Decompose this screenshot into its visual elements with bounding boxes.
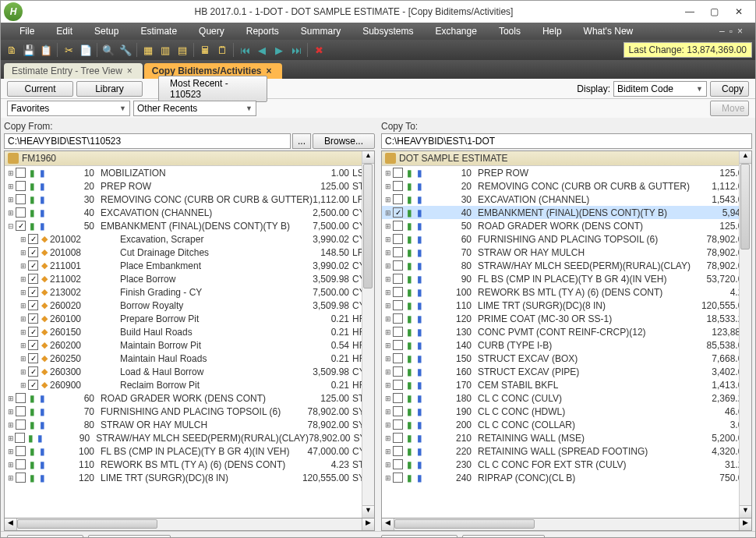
biditem-row[interactable]: ⊞▮▮200CL C CONC (COLLAR)3.00 (382, 418, 751, 431)
checkbox[interactable] (16, 393, 26, 403)
tool-next-icon[interactable]: ▶ (271, 42, 287, 58)
biditem-row[interactable]: ⊞▮▮60FURNISHING AND PLACING TOPSOIL (6)7… (382, 232, 751, 246)
checkbox[interactable] (393, 419, 403, 430)
biditem-row[interactable]: ⊞▮▮140CURB (TYPE I-B)85,538.00 (382, 338, 751, 352)
tool-note-icon[interactable]: 🗒 (214, 42, 230, 58)
biditem-row[interactable]: ⊞▮▮100REWORK BS MTL (TY A) (6) (DENS CON… (382, 285, 751, 299)
checkbox[interactable] (28, 327, 38, 337)
activity-row[interactable]: ⊞◆201008Cut Drainage Ditches148.50LF (5, 246, 374, 259)
checkbox[interactable] (16, 459, 26, 469)
biditem-row[interactable]: ⊞▮▮110LIME TRT (SURGR)(DC)(8 IN)120,555.… (382, 299, 751, 312)
biditem-row[interactable]: ⊞▮▮70FURNISHING AND PLACING TOPSOIL (6)7… (5, 405, 374, 418)
biditem-row[interactable]: ⊞▮▮220RETAINING WALL (SPREAD FOOTING)4,3… (382, 444, 751, 458)
menu-whatsnew[interactable]: What's New (573, 24, 645, 38)
menu-query[interactable]: Query (188, 24, 235, 38)
biditem-row[interactable]: ⊞▮▮100FL BS (CMP IN PLACE)(TY B GR 4)(IN… (5, 444, 374, 458)
tool-doc3-icon[interactable]: ▤ (175, 42, 190, 58)
expand-icon[interactable]: ⊞ (383, 461, 393, 469)
checkbox[interactable] (393, 247, 403, 257)
expand-icon[interactable]: ⊞ (19, 302, 28, 310)
tool-copy-icon[interactable]: 📋 (38, 42, 54, 58)
expand-icon[interactable]: ⊞ (383, 381, 393, 389)
copy-from-tree[interactable]: ▲▼ FM1960 ⊞▮▮10MOBILIZATION1.00LS⊞▮▮20PR… (4, 150, 375, 519)
activity-row[interactable]: ⊞◆211001Place Embankment3,990.02CY (5, 259, 374, 272)
biditem-row[interactable]: ⊞▮▮30EXCAVATION (CHANNEL)1,543.00 (382, 193, 751, 206)
expand-icon[interactable]: ⊞ (19, 315, 28, 323)
expand-icon[interactable]: ⊞ (383, 182, 393, 190)
favorites-combo[interactable]: Favorites▼ (7, 101, 130, 116)
menu-exchange[interactable]: Exchange (425, 24, 488, 38)
biditem-row[interactable]: ⊞▮▮240RIPRAP (CONC)(CL B)750.00 (382, 471, 751, 484)
biditem-row[interactable]: ⊟▮▮50EMBANKMENT (FINAL)(DENS CONT)(TY B)… (5, 219, 374, 232)
biditem-row[interactable]: ⊞▮▮80STRAW OR HAY MULCH78,902.00SY (5, 418, 374, 431)
expand-icon[interactable]: ⊞ (6, 408, 16, 416)
biditem-row[interactable]: ⊞▮▮90FL BS (CMP IN PLACE)(TY B GR 4)(IN … (382, 272, 751, 285)
tool-last-icon[interactable]: ⏭ (288, 42, 304, 58)
expand-icon[interactable]: ⊞ (383, 196, 393, 204)
vertical-scrollbar[interactable]: ▲▼ (362, 151, 374, 518)
expand-icon[interactable]: ⊞ (6, 461, 16, 469)
checkbox[interactable] (393, 340, 403, 350)
tool-save-icon[interactable]: 💾 (21, 42, 37, 58)
expand-icon[interactable]: ⊞ (383, 474, 393, 482)
expand-icon[interactable]: ⊞ (6, 169, 16, 177)
checkbox[interactable] (15, 433, 24, 443)
biditem-row[interactable]: ⊞▮▮180CL C CONC (CULV)2,369.23 (382, 391, 751, 405)
checkbox[interactable] (16, 221, 26, 231)
tree-header[interactable]: FM1960 (5, 151, 374, 166)
checkbox[interactable] (28, 366, 38, 377)
minimize-button[interactable]: — (685, 6, 696, 17)
checkbox[interactable] (393, 327, 403, 337)
mdi-restore-icon[interactable]: ▫ (730, 26, 733, 37)
expand-icon[interactable]: ⊟ (6, 222, 16, 230)
checkbox[interactable] (28, 380, 38, 390)
tool-prev-icon[interactable]: ◀ (254, 42, 270, 58)
filter-biditems-button-right[interactable]: Filter Biditems (462, 535, 545, 538)
activity-row[interactable]: ⊞◆260250Maintain Haul Roads0.21HR (5, 352, 374, 365)
expand-icon[interactable]: ⊞ (383, 222, 393, 230)
checkbox[interactable] (28, 340, 38, 350)
biditem-row[interactable]: ⊞▮▮60ROAD GRADER WORK (DENS CONT)125.00S… (5, 391, 374, 405)
biditem-row[interactable]: ⊞▮▮80STRAW/HAY MLCH SEED(PERM)(RURAL)(CL… (382, 259, 751, 272)
biditem-row[interactable]: ⊞▮▮130CONC PVMT (CONT REINF-CRCP)(12)123… (382, 325, 751, 338)
checkbox[interactable] (393, 459, 403, 469)
checkbox[interactable] (393, 168, 403, 178)
biditem-row[interactable]: ⊞▮▮170CEM STABIL BKFL1,413.00 (382, 378, 751, 391)
expand-icon[interactable]: ⊞ (19, 342, 28, 349)
checkbox[interactable] (393, 380, 403, 390)
checkbox[interactable] (16, 406, 26, 416)
expand-icon[interactable]: ⊞ (6, 395, 16, 402)
expand-icon[interactable]: ⊞ (6, 434, 15, 442)
activity-row[interactable]: ⊞◆201002Excavation, Scraper3,990.02CY (5, 232, 374, 246)
checkbox[interactable] (28, 247, 38, 257)
checkbox[interactable] (28, 234, 38, 244)
rebuild-tree-button[interactable]: Rebuild Tree (7, 535, 83, 538)
checkbox[interactable] (393, 473, 403, 483)
expand-icon[interactable]: ⊞ (383, 288, 393, 296)
biditem-row[interactable]: ⊞▮▮230CL C CONC FOR EXT STR (CULV)31.20 (382, 458, 751, 471)
expand-icon[interactable]: ⊞ (383, 328, 393, 336)
expand-icon[interactable]: ⊞ (19, 368, 28, 376)
biditem-row[interactable]: ⊞▮▮110REWORK BS MTL (TY A) (6) (DENS CON… (5, 458, 374, 471)
tool-search-icon[interactable]: 🔍 (101, 42, 116, 58)
biditem-row[interactable]: ⊞▮▮50ROAD GRADER WORK (DENS CONT)125.00 (382, 219, 751, 232)
checkbox[interactable] (28, 313, 38, 324)
maximize-button[interactable]: ▢ (710, 6, 721, 17)
checkbox[interactable] (16, 473, 26, 483)
expand-icon[interactable]: ⊞ (383, 434, 393, 442)
filter-biditems-button[interactable]: Filter Biditems (88, 535, 171, 538)
tool-paste-icon[interactable]: 📄 (78, 42, 94, 58)
activity-row[interactable]: ⊞◆260900Reclaim Borrow Pit0.21HR (5, 378, 374, 391)
biditem-row[interactable]: ⊞▮▮10PREP ROW125.00 (382, 166, 751, 179)
menu-help[interactable]: Help (532, 24, 573, 38)
activity-row[interactable]: ⊞◆260300Load & Haul Borrow3,509.98CY (5, 365, 374, 378)
expand-icon[interactable]: ⊞ (383, 315, 393, 323)
expand-icon[interactable]: ⊞ (6, 182, 16, 190)
expand-icon[interactable]: ⊞ (383, 302, 393, 310)
expand-icon[interactable]: ⊞ (383, 368, 393, 376)
tool-doc2-icon[interactable]: ▥ (157, 42, 173, 58)
checkbox[interactable] (393, 393, 403, 403)
current-button[interactable]: Current (7, 81, 73, 97)
move-button[interactable]: Move (710, 101, 749, 116)
expand-icon[interactable]: ⊞ (6, 209, 16, 217)
